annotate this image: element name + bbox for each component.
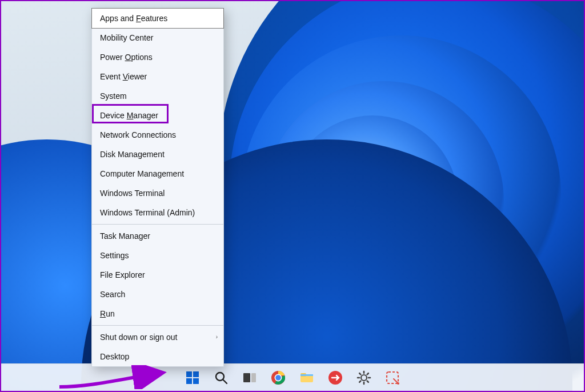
svg-rect-1 bbox=[193, 371, 199, 377]
menu-item-system[interactable]: System bbox=[92, 86, 223, 106]
svg-point-17 bbox=[397, 382, 399, 385]
chevron-right-icon: › bbox=[216, 332, 218, 342]
menu-item-computer-management[interactable]: Computer Management bbox=[92, 164, 223, 183]
taskbar-search-button[interactable] bbox=[210, 366, 233, 389]
taskbar-settings-button[interactable] bbox=[352, 366, 375, 389]
svg-rect-0 bbox=[186, 371, 192, 377]
svg-rect-6 bbox=[251, 373, 256, 382]
taskbar-start-button[interactable] bbox=[181, 366, 204, 389]
taskview-icon bbox=[242, 370, 258, 386]
app-round-icon bbox=[327, 370, 343, 386]
desktop: Apps and FeaturesMobility CenterPower Op… bbox=[1, 1, 584, 391]
taskbar-snip-button[interactable] bbox=[381, 366, 404, 389]
explorer-icon bbox=[299, 370, 315, 386]
svg-rect-3 bbox=[193, 378, 199, 384]
menu-item-power-options[interactable]: Power Options bbox=[92, 47, 223, 67]
winx-context-menu: Apps and FeaturesMobility CenterPower Op… bbox=[91, 8, 224, 367]
menu-item-windows-terminal[interactable]: Windows Terminal bbox=[92, 183, 223, 203]
menu-item-shut-down-or-sign-out[interactable]: Shut down or sign out› bbox=[92, 327, 223, 347]
taskbar-taskview-button[interactable] bbox=[238, 366, 261, 389]
taskbar-chrome-button[interactable] bbox=[267, 366, 290, 389]
menu-separator bbox=[92, 224, 223, 225]
menu-item-settings[interactable]: Settings bbox=[92, 246, 223, 265]
svg-rect-2 bbox=[186, 378, 192, 384]
svg-rect-12 bbox=[300, 374, 313, 376]
menu-item-network-connections[interactable]: Network Connections bbox=[92, 125, 223, 145]
menu-item-run[interactable]: Run bbox=[92, 304, 223, 323]
menu-item-mobility-center[interactable]: Mobility Center bbox=[92, 28, 223, 47]
snip-icon bbox=[384, 370, 400, 386]
menu-item-file-explorer[interactable]: File Explorer bbox=[92, 265, 223, 285]
menu-item-disk-management[interactable]: Disk Management bbox=[92, 145, 223, 164]
menu-item-apps-and-features[interactable]: Apps and Features bbox=[91, 8, 224, 29]
menu-item-device-manager[interactable]: Device Manager bbox=[92, 106, 223, 125]
taskbar-explorer-button[interactable] bbox=[295, 366, 318, 389]
start-icon bbox=[185, 370, 201, 386]
taskbar-app-round-button[interactable] bbox=[324, 366, 347, 389]
chrome-icon bbox=[270, 370, 286, 386]
svg-rect-5 bbox=[243, 373, 250, 382]
menu-item-search[interactable]: Search bbox=[92, 285, 223, 304]
search-icon bbox=[213, 370, 229, 386]
menu-item-desktop[interactable]: Desktop bbox=[92, 347, 223, 366]
svg-point-14 bbox=[361, 375, 367, 381]
menu-item-windows-terminal-admin-[interactable]: Windows Terminal (Admin) bbox=[92, 203, 223, 222]
annotation-arrow-to-start bbox=[58, 365, 167, 389]
menu-separator bbox=[92, 325, 223, 326]
menu-item-task-manager[interactable]: Task Manager bbox=[92, 226, 223, 246]
settings-icon bbox=[356, 370, 372, 386]
menu-item-event-viewer[interactable]: Event Viewer bbox=[92, 67, 223, 86]
